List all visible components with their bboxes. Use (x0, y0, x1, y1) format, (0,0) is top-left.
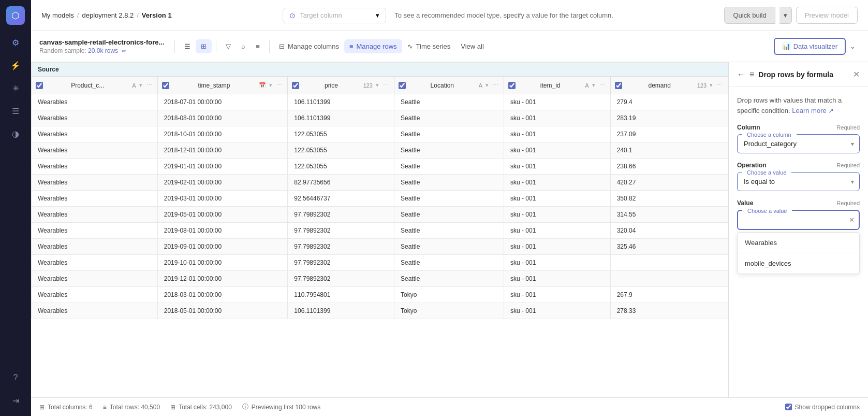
col-menu-location[interactable]: ⋯ (492, 81, 499, 90)
main-content: My models / deployment 2.8.2 / Version 1… (31, 0, 868, 416)
target-column-select[interactable]: ⊙ Target column ▾ (283, 8, 386, 23)
list-view-button[interactable]: ☰ (179, 39, 196, 53)
col-checkbox-timestamp[interactable] (162, 82, 169, 89)
manage-rows-button[interactable]: ≡ Manage rows (344, 39, 402, 53)
sidebar-item-help[interactable]: ? (6, 368, 25, 387)
value-input-label: Choose a value (742, 207, 792, 215)
topbar-target-area: ⊙ Target column ▾ To see a recommended m… (180, 8, 716, 23)
sample-value[interactable]: 20.0k rows (88, 47, 118, 54)
col-header-demand: demand 123 ▾ ⋯ (610, 77, 728, 94)
search-button[interactable]: ⌕ (236, 39, 251, 53)
col-menu-product[interactable]: ⋯ (145, 81, 153, 90)
col-sort-demand[interactable]: ▾ (709, 81, 714, 90)
data-viz-label: Data visualizer (793, 42, 837, 50)
quick-build-button[interactable]: Quick build (724, 7, 775, 24)
show-dropped-checkbox[interactable] (785, 404, 792, 410)
col-type-location: A (479, 82, 482, 89)
panel-back-button[interactable]: ← (737, 70, 745, 79)
col-menu-timestamp[interactable]: ⋯ (275, 81, 283, 90)
col-label-itemid: item_id (518, 82, 583, 89)
col-checkbox-price[interactable] (292, 82, 299, 89)
table-row: Wearables2019-05-01 00:00:0097.79892302S… (32, 207, 728, 223)
time-series-button[interactable]: ∿ Time series (402, 39, 456, 53)
col-checkbox-location[interactable] (399, 82, 406, 89)
operation-field-group: Operation Required Choose a value Is equ… (737, 162, 860, 191)
dataset-toolbar: canvas-sample-retail-electronics-fore...… (31, 31, 868, 62)
quick-build-dropdown-button[interactable]: ▾ (779, 7, 792, 24)
col-header-location: Location A ▾ ⋯ (394, 77, 504, 94)
table-cell: 122.053055 (288, 159, 394, 175)
column-field-label: Column (737, 124, 760, 131)
filter-button[interactable]: ▽ (220, 39, 236, 53)
view-all-button[interactable]: View all (455, 39, 489, 53)
total-cells-stat: ⊞ Total cells: 243,000 (170, 404, 232, 411)
col-checkbox-product[interactable] (36, 82, 43, 89)
table-cell: 2019-01-01 00:00:00 (157, 159, 288, 175)
total-columns-label: Total columns: 6 (48, 404, 93, 411)
column-list-button[interactable]: ≡ (251, 39, 265, 53)
sidebar-item-logout[interactable]: ⇥ (6, 391, 25, 410)
table-cell: 106.1101399 (288, 303, 394, 319)
col-sort-product[interactable]: ▾ (138, 81, 143, 90)
col-checkbox-itemid[interactable] (508, 82, 516, 89)
manage-rows-label: Manage rows (357, 42, 397, 50)
sidebar-item-toggle[interactable]: ◑ (6, 124, 25, 143)
manage-rows-icon: ≡ (349, 42, 354, 50)
panel-title: Drop rows by formula (758, 70, 849, 79)
table-cell: 2019-05-01 00:00:00 (157, 207, 288, 223)
table-body: Wearables2018-07-01 00:00:00106.1101399S… (32, 94, 728, 319)
sidebar-item-settings[interactable]: ⚙ (6, 33, 25, 52)
grid-view-button[interactable]: ⊞ (196, 39, 212, 53)
preview-model-button[interactable]: Preview model (796, 7, 858, 24)
dropdown-item-mobile[interactable]: mobile_devices (738, 253, 859, 274)
value-input-clear-button[interactable]: ✕ (845, 214, 859, 226)
breadcrumb-part1: My models (41, 11, 74, 19)
grid-view-icon: ⊞ (201, 42, 207, 50)
panel-description: Drop rows with values that match a speci… (737, 95, 860, 116)
learn-more-link[interactable]: Learn more ↗ (792, 107, 834, 114)
table-cell: 2019-10-01 00:00:00 (157, 255, 288, 271)
panel-body: Drop rows with values that match a speci… (729, 87, 868, 397)
filter-icon: ▽ (226, 42, 231, 50)
table-cell: 110.7954801 (288, 287, 394, 303)
table-cell: sku - 001 (504, 255, 610, 271)
col-header-timestamp: time_stamp 📅 ▾ ⋯ (157, 77, 288, 94)
col-sort-location[interactable]: ▾ (484, 81, 490, 90)
dropdown-item-wearables[interactable]: Wearables (738, 233, 859, 253)
table-cell: 2018-07-01 00:00:00 (157, 94, 288, 110)
table-cell (610, 271, 728, 287)
toolbar-chevron-icon[interactable]: ⌄ (846, 39, 860, 53)
breadcrumb: My models / deployment 2.8.2 / Version 1 (41, 11, 172, 19)
panel-close-button[interactable]: ✕ (853, 69, 860, 79)
col-menu-itemid[interactable]: ⋯ (598, 81, 606, 90)
column-required-label: Required (836, 124, 860, 131)
col-header-product: Product_c... A ▾ ⋯ (32, 77, 158, 94)
table-row: Wearables2018-10-01 00:00:00122.053055Se… (32, 126, 728, 142)
data-visualizer-button[interactable]: 📊 Data visualizer (774, 38, 846, 55)
target-dropdown-icon: ▾ (376, 11, 379, 19)
table-cell: Wearables (32, 223, 158, 239)
sidebar-item-lightning[interactable]: ⚡ (6, 56, 25, 75)
table-cell: 122.053055 (288, 126, 394, 142)
col-menu-demand[interactable]: ⋯ (716, 81, 724, 90)
col-sort-timestamp[interactable]: ▾ (268, 81, 273, 90)
table-cell: Wearables (32, 191, 158, 207)
time-series-label: Time series (416, 42, 451, 50)
table-cell: Wearables (32, 239, 158, 255)
table-cell: sku - 001 (504, 223, 610, 239)
sidebar-item-list[interactable]: ☰ (6, 102, 25, 120)
value-label-row: Value Required (737, 199, 860, 207)
col-sort-itemid[interactable]: ▾ (591, 81, 596, 90)
manage-columns-button[interactable]: ⊟ Manage columns (274, 39, 344, 53)
edit-icon[interactable]: ✏ (122, 48, 126, 54)
table-cell: Wearables (32, 126, 158, 142)
col-sort-price[interactable]: ▾ (375, 81, 380, 90)
breadcrumb-part2: deployment 2.8.2 (82, 11, 134, 19)
col-menu-price[interactable]: ⋯ (382, 81, 390, 90)
col-type-price: 123 (363, 82, 373, 89)
table-cell: 278.33 (610, 303, 728, 319)
sidebar-item-asterisk[interactable]: ✳ (6, 79, 25, 97)
table-cell: sku - 001 (504, 175, 610, 191)
topbar-actions: Quick build ▾ Preview model (724, 7, 858, 24)
col-checkbox-demand[interactable] (615, 82, 622, 89)
